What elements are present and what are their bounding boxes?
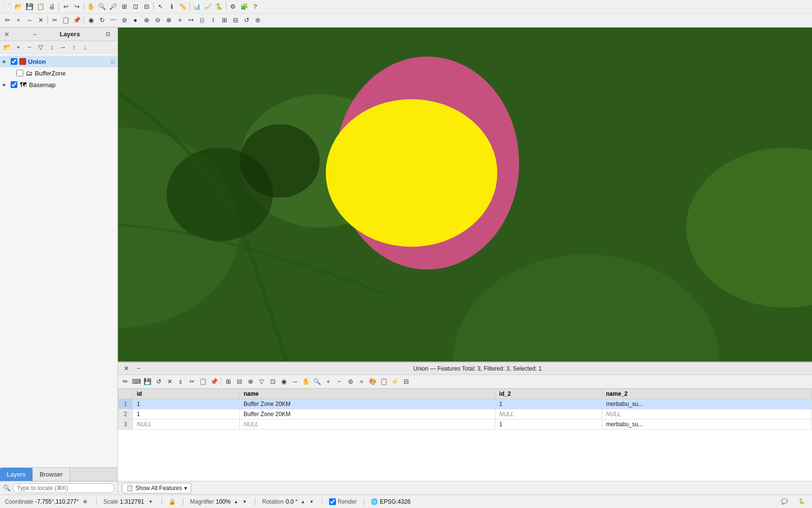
search-input[interactable] — [13, 483, 115, 493]
table-row[interactable]: 3 NULL NULL 1 merbabu_su... — [118, 419, 812, 430]
reload-table-btn[interactable]: ↺ — [153, 376, 164, 387]
deselect-all-btn[interactable]: ⊗ — [245, 376, 256, 387]
layer-item-union[interactable]: ▶ Union ⊡ — [0, 56, 117, 67]
rotate-point-btn[interactable]: ↺ — [241, 15, 252, 26]
print-btn[interactable]: 🖨 — [46, 1, 57, 12]
merge-selected-btn[interactable]: ⊞ — [219, 15, 230, 26]
save-project-btn[interactable]: 💾 — [24, 1, 35, 12]
attr-dock-btn[interactable]: − — [133, 363, 144, 374]
add-ring-btn[interactable]: ⊚ — [119, 15, 130, 26]
epsg-item[interactable]: 🌐 EPSG:4326 — [371, 498, 410, 505]
zoom-full-btn[interactable]: ⊞ — [119, 1, 130, 12]
render-checkbox[interactable] — [329, 498, 336, 505]
redo-btn[interactable]: ↪ — [72, 1, 82, 12]
attr-table-btn[interactable]: 📊 — [191, 1, 202, 12]
python-console-btn[interactable]: 🐍 — [797, 496, 807, 507]
sidebar-settings-btn[interactable]: ⊡ — [103, 29, 114, 40]
table-row[interactable]: 1 1 Buffer Zone 20KM 1 merbabu_su... — [118, 399, 812, 409]
new-field-btn[interactable]: + — [323, 376, 334, 387]
layer-up-btn[interactable]: ↑ — [69, 42, 79, 53]
help-btn[interactable]: ? — [250, 1, 261, 12]
actions-btn[interactable]: ⚡ — [390, 376, 400, 387]
measure-btn[interactable]: 📏 — [177, 1, 188, 12]
conditional-format-btn[interactable]: 🎨 — [367, 376, 378, 387]
new-expression-btn[interactable]: ε — [175, 376, 186, 387]
add-layer-btn[interactable]: + — [13, 42, 24, 53]
reshape-btn[interactable]: ⌖ — [174, 15, 185, 26]
zoom-selected-btn[interactable]: ⊟ — [141, 1, 152, 12]
zoom-to-selected-btn[interactable]: 🔍 — [312, 376, 322, 387]
save-as-btn[interactable]: 📋 — [35, 1, 46, 12]
table-row[interactable]: 2 1 Buffer Zone 20KM NULL NULL — [118, 409, 812, 419]
fill-ring-btn[interactable]: ● — [130, 15, 141, 26]
paste-feature-btn[interactable]: 📌 — [72, 15, 82, 26]
add-part-btn[interactable]: ⊕ — [141, 15, 152, 26]
attr-close-btn[interactable]: ✕ — [121, 363, 131, 374]
identify-btn[interactable]: ℹ — [166, 1, 177, 12]
filter-by-map-btn[interactable]: ⊡ — [267, 376, 278, 387]
col-name2[interactable]: name_2 — [602, 389, 812, 399]
pan-btn[interactable]: ✋ — [86, 1, 96, 12]
open-form-btn[interactable]: 📋 — [378, 376, 389, 387]
pan-to-selected-btn[interactable]: ✋ — [301, 376, 311, 387]
filter-btn[interactable]: ▽ — [256, 376, 267, 387]
magnifier-down-btn[interactable]: ▼ — [241, 498, 248, 505]
layer-check-basemap[interactable] — [11, 81, 17, 88]
delete-field-btn[interactable]: − — [334, 376, 345, 387]
plugins-btn[interactable]: 🧩 — [239, 1, 249, 12]
col-id2[interactable]: id_2 — [495, 389, 602, 399]
open-calculator-btn[interactable]: = — [356, 376, 367, 387]
layer-item-bufferzone[interactable]: 🗂 BufferZone — [0, 67, 117, 79]
organize-columns-btn[interactable]: ⊜ — [345, 376, 356, 387]
copy-selected-btn[interactable]: 📋 — [198, 376, 208, 387]
delete-selected-btn[interactable]: ✕ — [164, 376, 175, 387]
open-layer-btn[interactable]: 📂 — [2, 42, 13, 53]
paste-selected-btn[interactable]: 📌 — [209, 376, 219, 387]
zoom-out-btn[interactable]: 🔎 — [108, 1, 118, 12]
rotate-feature-btn[interactable]: ↻ — [97, 15, 107, 26]
delete-part-btn[interactable]: ⊗ — [163, 15, 174, 26]
add-feature-btn[interactable]: + — [13, 15, 24, 26]
filter-selected-btn[interactable]: ◉ — [278, 376, 289, 387]
expand-all-btn[interactable]: ↔ — [58, 42, 68, 53]
layer-down-btn[interactable]: ↓ — [80, 42, 90, 53]
dock-btn[interactable]: ⊟ — [401, 376, 411, 387]
stat-btn[interactable]: 📈 — [203, 1, 213, 12]
show-features-btn[interactable]: 📋 Show All Features ▾ — [122, 483, 191, 493]
offset-curve-btn[interactable]: ↦ — [186, 15, 196, 26]
rotation-down-btn[interactable]: ▼ — [308, 498, 315, 505]
message-bar-btn[interactable]: 💬 — [779, 496, 790, 507]
processing-btn[interactable]: ⚙ — [228, 1, 238, 12]
node-tool-btn[interactable]: ◉ — [86, 15, 96, 26]
zoom-layer-btn[interactable]: ⊡ — [130, 1, 141, 12]
save-edits-btn[interactable]: 💾 — [142, 376, 153, 387]
coordinate-crs-btn[interactable]: ⊕ — [81, 497, 89, 506]
remove-layer-btn[interactable]: − — [24, 42, 35, 53]
undo-btn[interactable]: ↩ — [60, 1, 71, 12]
open-project-btn[interactable]: 📂 — [13, 1, 24, 12]
tab-layers[interactable]: Layers — [0, 468, 33, 481]
layer-check-union[interactable] — [11, 58, 17, 65]
attr-table-container[interactable]: id name id_2 name_2 1 1 Buffer Zone 20KM — [118, 388, 812, 481]
map-area[interactable]: ✕ − Union — Features Total: 3, Filtered:… — [118, 28, 812, 494]
select-by-expr-btn[interactable]: ⊟ — [234, 376, 245, 387]
edit-table-btn[interactable]: ✏ — [120, 376, 130, 387]
delete-ring-btn[interactable]: ⊖ — [152, 15, 163, 26]
magnifier-up-btn[interactable]: ▲ — [232, 498, 239, 505]
edit-mode-btn[interactable]: ✏ — [2, 15, 13, 26]
tab-browser[interactable]: Browser — [33, 468, 70, 481]
merge-attr-btn[interactable]: ⊟ — [230, 15, 241, 26]
select-btn[interactable]: ↖ — [155, 1, 166, 12]
split-parts-btn[interactable]: ⌇ — [208, 15, 218, 26]
move-feature-btn[interactable]: ↔ — [24, 15, 35, 26]
col-name[interactable]: name — [239, 389, 495, 399]
layer-item-basemap[interactable]: ▶ 🗺 Basemap — [0, 79, 117, 90]
close-btn[interactable]: ✕ — [4, 30, 10, 38]
zoom-in-btn[interactable]: 🔍 — [97, 1, 107, 12]
layer-check-bufferzone[interactable] — [16, 70, 23, 76]
invert-selection-btn[interactable]: ↔ — [290, 376, 300, 387]
layer-filter-btn[interactable]: ▽ — [35, 42, 46, 53]
cut-feature-btn[interactable]: ✂ — [49, 15, 60, 26]
simplify-btn[interactable]: 〰 — [108, 15, 118, 26]
delete-feature-btn[interactable]: ✕ — [35, 15, 46, 26]
